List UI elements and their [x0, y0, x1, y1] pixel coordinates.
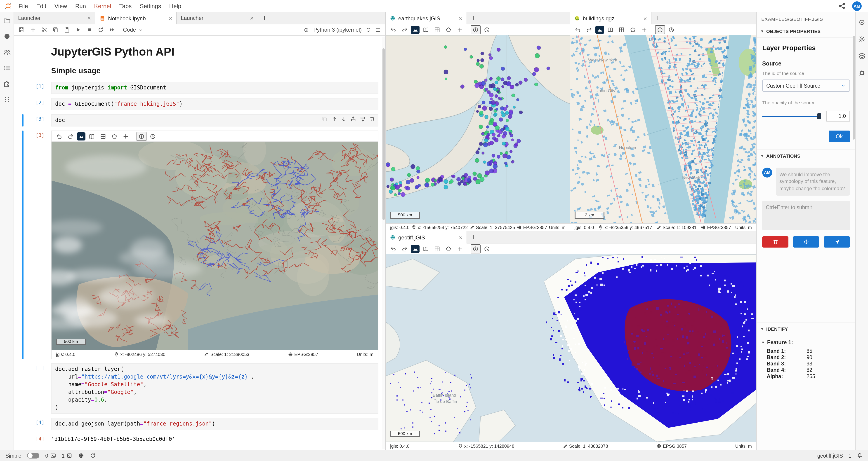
notebook-code-cell[interactable]: [2]:doc = GISDocument("france_hiking.jGI…: [22, 98, 378, 110]
jgis-logo-button[interactable]: [411, 26, 420, 34]
add-layer-button[interactable]: [455, 25, 465, 34]
menu-kernel[interactable]: Kernel: [90, 2, 115, 9]
opacity-slider-handle[interactable]: [817, 113, 821, 119]
menu-help[interactable]: Help: [165, 2, 185, 9]
kernel-name-label[interactable]: Python 3 (ipykernel): [313, 27, 362, 33]
running-sessions-icon[interactable]: [3, 33, 11, 40]
menu-run[interactable]: Run: [71, 2, 90, 9]
cut-cell-icon[interactable]: [41, 27, 48, 33]
basemap-button[interactable]: [421, 25, 431, 34]
notebook-map[interactable]: 500 km: [52, 142, 378, 350]
restart-kernel-icon[interactable]: [98, 27, 104, 33]
avatar[interactable]: AM: [852, 1, 862, 11]
cell-editor[interactable]: doc.add_raster_layer( url="https://mt1.g…: [51, 363, 378, 414]
undo-button[interactable]: [573, 25, 583, 34]
polygon-tool-button[interactable]: [443, 244, 454, 253]
tab-notebook[interactable]: Notebook.ipynb ×: [95, 12, 177, 24]
redo-button[interactable]: [66, 132, 75, 141]
insert-cell-above-button[interactable]: [350, 116, 356, 122]
sidebar-scrollbar[interactable]: [852, 36, 855, 140]
jgis-logo-button[interactable]: [411, 244, 420, 253]
redo-button[interactable]: [400, 25, 410, 34]
insert-cell-icon[interactable]: [30, 27, 36, 33]
close-tab-icon[interactable]: ×: [87, 15, 91, 21]
close-tab-icon[interactable]: ×: [643, 15, 647, 22]
add-layer-button[interactable]: [121, 132, 131, 141]
widgets-icon[interactable]: [3, 96, 11, 103]
add-layer-button[interactable]: [455, 244, 465, 253]
tab-geotiff[interactable]: geotiff.jGIS ×: [385, 231, 467, 243]
run-all-icon[interactable]: [109, 27, 115, 33]
basemap-button[interactable]: [87, 132, 97, 141]
undo-button[interactable]: [388, 25, 398, 34]
opacity-slider[interactable]: [762, 116, 821, 117]
move-cell-down-button[interactable]: [341, 116, 347, 122]
share-icon[interactable]: [838, 2, 846, 10]
notebook-code-cell[interactable]: [1]:from jupytergis import GISDocument: [22, 82, 378, 94]
delete-annotation-button[interactable]: [762, 236, 788, 248]
basemap-button[interactable]: [421, 244, 431, 253]
redo-button[interactable]: [584, 25, 594, 34]
close-tab-icon[interactable]: ×: [250, 15, 254, 21]
stop-kernel-icon[interactable]: [86, 27, 93, 33]
save-icon[interactable]: [19, 27, 25, 33]
temporal-controller-button[interactable]: [148, 132, 158, 141]
paste-cell-icon[interactable]: [64, 27, 70, 33]
map-scale[interactable]: Scale: 1: 21890053: [204, 352, 249, 357]
settings-icon[interactable]: [858, 35, 866, 43]
duplicate-cell-button[interactable]: [322, 116, 328, 122]
notebook-scrollbar[interactable]: [382, 37, 385, 449]
temporal-controller-button[interactable]: [482, 244, 492, 253]
new-tab-button[interactable]: +: [467, 231, 480, 243]
polygon-tool-button[interactable]: [443, 25, 454, 34]
notebook-body[interactable]: JupyterGIS Python API Simple usage [1]:f…: [14, 36, 385, 450]
property-inspector-icon[interactable]: [858, 19, 866, 26]
bell-icon[interactable]: [857, 453, 863, 459]
jgis-logo-button[interactable]: [77, 132, 86, 140]
notebook-code-cell[interactable]: [4]:doc.add_geojson_layer(path="france_r…: [22, 418, 378, 430]
geotiff-map[interactable]: Baffin IslandÎle de Baffin 500 km: [385, 254, 756, 442]
collaborators-icon[interactable]: [3, 48, 11, 56]
table-of-contents-icon[interactable]: [3, 64, 11, 72]
add-layer-button[interactable]: [639, 25, 649, 34]
map-scale[interactable]: Scale: 1: 43832078: [563, 443, 608, 449]
earthquakes-map[interactable]: 500 km: [385, 35, 570, 223]
new-tab-button[interactable]: +: [467, 12, 480, 24]
tab-buildings[interactable]: buildings.qgz ×: [570, 12, 651, 24]
buildings-map[interactable]: West New YorkUnion CityHobokenNew York 2…: [570, 35, 756, 223]
undo-button[interactable]: [388, 244, 398, 253]
temporal-controller-button[interactable]: [666, 25, 676, 34]
identify-tool-button[interactable]: [471, 244, 480, 253]
refresh-icon[interactable]: [90, 453, 96, 459]
geotiff-map-canvas[interactable]: Baffin IslandÎle de Baffin: [385, 254, 756, 442]
ok-button[interactable]: Ok: [829, 131, 850, 142]
basemap-button[interactable]: [605, 25, 615, 34]
map-projection[interactable]: EPSG:3857: [657, 443, 687, 449]
objects-properties-section-header[interactable]: ▼ Objects Properties: [757, 25, 855, 37]
grid-view-button[interactable]: [617, 25, 627, 34]
grid-view-button[interactable]: [432, 25, 442, 34]
notebook-text-output[interactable]: [4]:'d1b1b17e-9f69-4b0f-b5b6-3b5aeb0c0df…: [22, 434, 378, 442]
buildings-map-canvas[interactable]: West New YorkUnion CityHobokenNew York: [570, 35, 756, 223]
cell-editor[interactable]: doc.add_geojson_layer(path="france_regio…: [51, 418, 378, 430]
notebook-menu-icon[interactable]: [375, 27, 381, 33]
identify-section-header[interactable]: ▼ Identify: [757, 323, 855, 335]
source-select[interactable]: Custom GeoTiff Source: [762, 79, 850, 92]
map-projection[interactable]: EPSG:3857: [517, 225, 547, 230]
cell-editor[interactable]: doc = GISDocument("france_hiking.jGIS"): [51, 98, 378, 110]
identify-tool-button[interactable]: [471, 25, 480, 34]
cell-editor[interactable]: doc: [51, 114, 378, 127]
map-projection[interactable]: EPSG:3857: [288, 352, 318, 357]
terminals-count[interactable]: 0: [45, 453, 56, 459]
identify-tool-button[interactable]: [136, 132, 147, 141]
menu-edit[interactable]: Edit: [32, 2, 51, 9]
notebook-map-canvas[interactable]: [52, 142, 378, 350]
grid-view-button[interactable]: [98, 132, 108, 141]
delete-cell-button[interactable]: [369, 116, 375, 122]
identify-feature-header[interactable]: ▼ Feature 1:: [757, 335, 855, 348]
debugger-icon[interactable]: [858, 69, 866, 76]
simple-mode-toggle[interactable]: [27, 453, 39, 459]
polygon-tool-button[interactable]: [628, 25, 638, 34]
map-scale[interactable]: Scale: 1: 37575425: [470, 225, 515, 230]
move-cell-up-button[interactable]: [331, 116, 337, 122]
